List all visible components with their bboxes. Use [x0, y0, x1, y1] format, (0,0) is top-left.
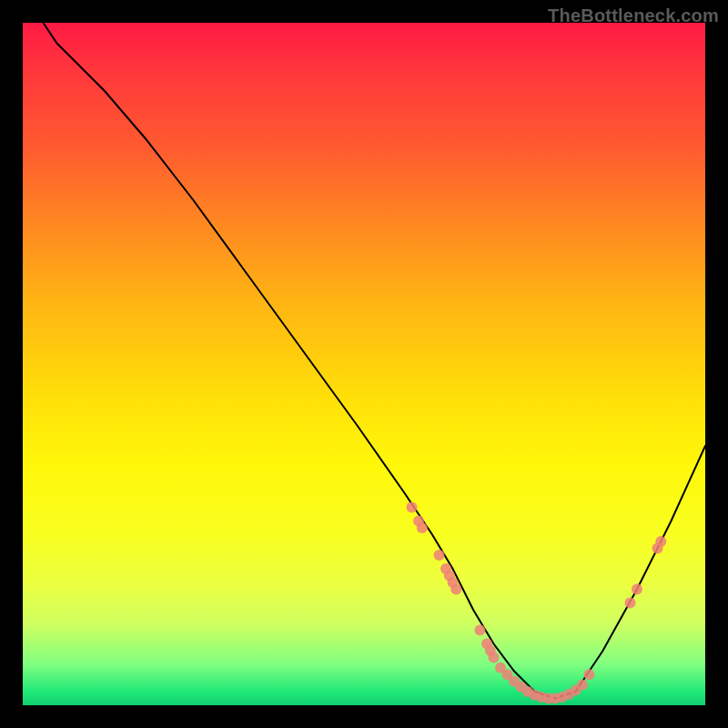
data-point	[407, 502, 418, 513]
bottleneck-curve	[44, 23, 706, 699]
data-points	[407, 502, 667, 704]
data-point	[632, 584, 642, 595]
data-point	[434, 550, 445, 561]
curve-layer	[23, 23, 705, 705]
watermark-label: TheBottleneck.com	[548, 5, 719, 26]
data-point	[475, 625, 486, 636]
data-point	[417, 522, 428, 533]
plot-area	[23, 23, 705, 705]
data-point	[625, 598, 636, 609]
data-point	[489, 652, 500, 663]
data-point	[655, 536, 666, 547]
chart-container: TheBottleneck.com	[0, 0, 728, 728]
data-point	[577, 680, 588, 691]
data-point	[584, 669, 595, 680]
data-point	[450, 584, 461, 595]
